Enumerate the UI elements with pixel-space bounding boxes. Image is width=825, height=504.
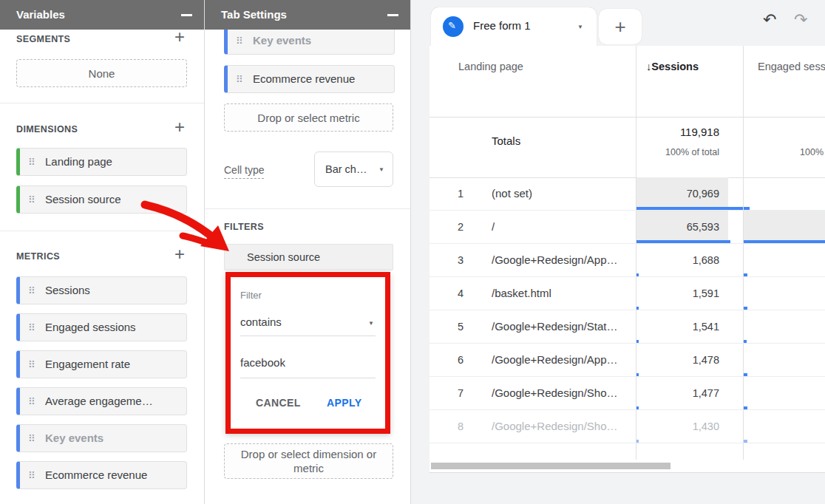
table-rows: 1 (not set) 70,969 2 / 65,593: [430, 177, 825, 443]
landing-page-cell: /Google+Redesign/Stat…: [492, 310, 618, 343]
drop-metric-zone[interactable]: Drop or select metric: [224, 103, 393, 132]
engaged-bar: [744, 240, 825, 243]
totals-engaged-percent: 100% of total: [743, 147, 825, 157]
dimension-chip[interactable]: ⠿ Landing page: [16, 148, 187, 176]
filter-value-input[interactable]: [240, 351, 373, 373]
filter-chip-session-source[interactable]: Session source: [224, 244, 393, 270]
minimize-icon[interactable]: [181, 14, 192, 16]
totals-sessions-percent: 100% of total: [636, 147, 743, 157]
horizontal-scrollbar[interactable]: [431, 463, 670, 469]
column-header-engaged-sessions[interactable]: Engaged sessions: [758, 61, 825, 72]
cell-type-label: Cell type: [224, 164, 264, 179]
engaged-bar: [744, 406, 747, 409]
field-underline: [240, 378, 376, 378]
engaged-sessions-cell: [744, 310, 825, 343]
divider: [0, 231, 204, 231]
column-header-landing-page[interactable]: Landing page: [458, 61, 523, 72]
table-row: 4 /basket.html 1,591: [430, 277, 825, 310]
sessions-value: 65,593: [636, 211, 743, 243]
table-row: 3 /Google+Redesign/App… 1,688: [430, 244, 825, 277]
metric-chip-label: Ecommerce revenue: [253, 66, 355, 92]
metric-chip-label: Key events: [45, 425, 103, 452]
engaged-bar: [744, 307, 747, 310]
dimension-chip-label: Landing page: [45, 149, 112, 175]
drop-dimension-zone[interactable]: Drop or select dimension or metric: [224, 443, 393, 479]
cell-type-value: Bar ch…: [325, 152, 367, 186]
add-tab-button[interactable]: +: [599, 9, 642, 44]
engaged-bar: [744, 340, 747, 343]
redo-icon[interactable]: ↷: [794, 10, 807, 29]
sessions-cell: 1,541: [636, 310, 743, 343]
add-segment-button[interactable]: +: [174, 28, 185, 46]
chevron-down-icon[interactable]: ▼: [577, 24, 583, 30]
drag-handle-icon[interactable]: ⠿: [28, 396, 35, 407]
metrics-list: ⠿ Sessions ⠿ Engaged sessions ⠿ Engageme…: [16, 276, 187, 489]
dimension-chip[interactable]: ⠿ Session source: [16, 185, 187, 214]
engaged-bar: [744, 373, 747, 376]
table-row: 5 /Google+Redesign/Stat… 1,541: [430, 310, 825, 344]
engaged-sessions-cell: [744, 344, 825, 376]
engaged-sessions-cell: [744, 377, 825, 409]
metric-chip[interactable]: ⠿ Ecommerce revenue: [16, 461, 187, 489]
tab-free-form-1[interactable]: ✎ Free form 1 ▼: [431, 7, 597, 46]
segments-none-dropzone[interactable]: None: [16, 59, 187, 87]
variables-panel-header: Variables: [0, 0, 204, 30]
metric-chip[interactable]: ⠿ Key events: [16, 424, 187, 452]
filter-chip-label: Session source: [247, 245, 320, 270]
dimension-chip-label: Session source: [45, 186, 121, 213]
drag-handle-icon[interactable]: ⠿: [236, 74, 243, 85]
dimensions-label: DIMENSIONS: [16, 124, 78, 134]
row-number: 5: [452, 310, 464, 343]
filter-condition-select[interactable]: contains ▼: [240, 311, 376, 335]
chevron-down-icon: ▼: [368, 320, 374, 327]
landing-page-cell: /Google+Redesign/Sho…: [492, 377, 618, 409]
metric-chip-label: Ecommerce revenue: [45, 462, 147, 488]
bar-track: [744, 211, 825, 243]
drag-handle-icon[interactable]: ⠿: [28, 157, 35, 168]
table-row: 6 /Google+Redesign/App… 1,478: [430, 344, 825, 377]
apply-button[interactable]: APPLY: [327, 397, 361, 409]
cell-type-select[interactable]: Bar ch… ▼: [314, 151, 393, 187]
metric-chip-label: Average engageme…: [45, 388, 153, 415]
drag-handle-icon[interactable]: ⠿: [28, 322, 35, 333]
drag-handle-icon[interactable]: ⠿: [28, 433, 35, 444]
field-underline: [240, 336, 376, 336]
metric-chip[interactable]: ⠿ Average engageme…: [16, 387, 187, 415]
metric-chip-label: Engaged sessions: [45, 314, 136, 341]
table-row: 1 (not set) 70,969: [430, 177, 825, 211]
drag-handle-icon[interactable]: ⠿: [28, 359, 35, 370]
landing-page-cell: /: [492, 211, 495, 243]
sessions-value: 1,430: [636, 410, 743, 443]
segments-label: SEGMENTS: [16, 34, 70, 44]
cancel-button[interactable]: CANCEL: [256, 397, 301, 409]
add-dimension-button[interactable]: +: [174, 118, 185, 136]
column-header-sessions[interactable]: ↓Sessions: [636, 61, 743, 72]
metric-chip[interactable]: ⠿ Sessions: [16, 276, 187, 304]
minimize-icon[interactable]: [387, 14, 398, 16]
landing-page-cell: /basket.html: [492, 277, 551, 310]
totals-label: Totals: [492, 134, 520, 147]
undo-icon[interactable]: ↶: [763, 10, 776, 29]
report-table: Landing page ↓Sessions Engaged sessions …: [430, 46, 825, 473]
metric-chip[interactable]: ⠿ Engagement rate: [16, 350, 187, 378]
pencil-icon: ✎: [448, 20, 456, 31]
sessions-cell: 70,969: [636, 177, 743, 210]
drag-handle-icon[interactable]: ⠿: [28, 194, 35, 205]
add-metric-button[interactable]: +: [174, 245, 185, 263]
table-row: 2 / 65,593: [430, 211, 825, 244]
table-row: 7 /Google+Redesign/Sho… 1,477: [430, 377, 825, 410]
metric-chip-label: Engagement rate: [45, 351, 130, 378]
drag-handle-icon[interactable]: ⠿: [28, 470, 35, 481]
drag-handle-icon[interactable]: ⠿: [28, 285, 35, 296]
sessions-value: 1,477: [636, 377, 743, 409]
sessions-header-label: Sessions: [651, 61, 699, 72]
drag-handle-icon[interactable]: ⠿: [236, 35, 243, 47]
row-number: 8: [452, 410, 464, 443]
dimensions-list: ⠿ Landing page ⠿ Session source: [16, 148, 187, 214]
table-row: 8 /Google+Redesign/Sho… 1,430: [430, 410, 825, 443]
metric-chip[interactable]: ⠿ Key events: [224, 27, 395, 55]
metric-chip[interactable]: ⠿ Engaged sessions: [16, 313, 187, 341]
row-number: 2: [452, 211, 464, 243]
metric-chip[interactable]: ⠿ Ecommerce revenue: [224, 65, 395, 93]
sessions-cell: 1,591: [636, 277, 743, 310]
